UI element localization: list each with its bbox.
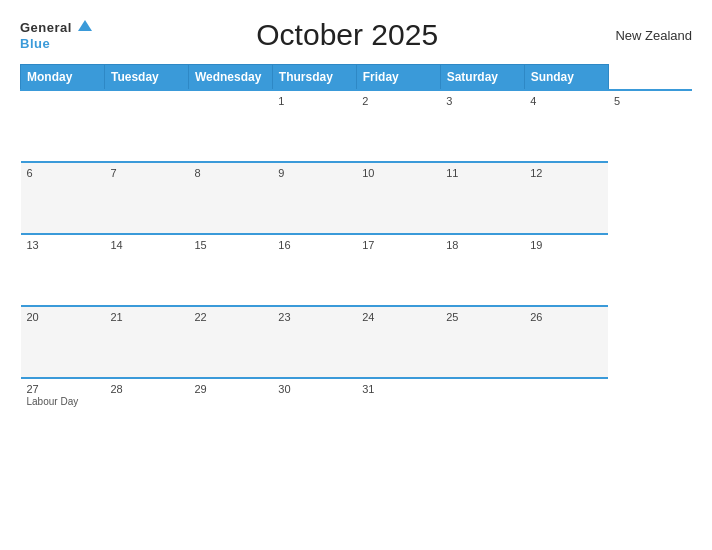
calendar-cell: 16	[272, 234, 356, 306]
calendar-cell: 12	[524, 162, 608, 234]
day-number: 23	[278, 311, 350, 323]
holiday-label: Labour Day	[27, 396, 99, 407]
calendar-cell: 8	[188, 162, 272, 234]
calendar-week-row: 20212223242526	[21, 306, 693, 378]
logo-general: General	[20, 20, 72, 35]
day-number: 9	[278, 167, 350, 179]
header-tuesday: Tuesday	[104, 65, 188, 91]
calendar-container: General Blue October 2025 New Zealand Mo…	[0, 0, 712, 550]
logo-triangle-icon	[78, 20, 92, 31]
calendar-cell: 2	[356, 90, 440, 162]
calendar-cell: 26	[524, 306, 608, 378]
day-number: 3	[446, 95, 518, 107]
day-number: 14	[110, 239, 182, 251]
header-thursday: Thursday	[272, 65, 356, 91]
day-number: 2	[362, 95, 434, 107]
calendar-week-row: 13141516171819	[21, 234, 693, 306]
calendar-cell: 19	[524, 234, 608, 306]
days-header-row: Monday Tuesday Wednesday Thursday Friday…	[21, 65, 693, 91]
calendar-cell: 24	[356, 306, 440, 378]
calendar-cell: 3	[440, 90, 524, 162]
calendar-cell: 5	[608, 90, 692, 162]
day-number: 19	[530, 239, 602, 251]
day-number: 30	[278, 383, 350, 395]
day-number: 22	[194, 311, 266, 323]
day-number: 11	[446, 167, 518, 179]
day-number: 16	[278, 239, 350, 251]
calendar-cell: 7	[104, 162, 188, 234]
day-number: 1	[278, 95, 350, 107]
day-number: 24	[362, 311, 434, 323]
calendar-cell: 18	[440, 234, 524, 306]
day-number: 15	[194, 239, 266, 251]
calendar-cell: 21	[104, 306, 188, 378]
calendar-week-row: 6789101112	[21, 162, 693, 234]
calendar-cell	[104, 90, 188, 162]
calendar-cell: 14	[104, 234, 188, 306]
day-number: 29	[194, 383, 266, 395]
calendar-cell: 11	[440, 162, 524, 234]
calendar-week-row: 12345	[21, 90, 693, 162]
day-number: 28	[110, 383, 182, 395]
calendar-cell: 23	[272, 306, 356, 378]
day-number: 18	[446, 239, 518, 251]
day-number: 5	[614, 95, 686, 107]
calendar-cell: 9	[272, 162, 356, 234]
calendar-cell: 30	[272, 378, 356, 450]
calendar-cell: 27Labour Day	[21, 378, 105, 450]
calendar-cell: 25	[440, 306, 524, 378]
day-number: 26	[530, 311, 602, 323]
day-number: 21	[110, 311, 182, 323]
calendar-cell: 1	[272, 90, 356, 162]
day-number: 20	[27, 311, 99, 323]
day-number: 27	[27, 383, 99, 395]
header-friday: Friday	[356, 65, 440, 91]
calendar-week-row: 27Labour Day28293031	[21, 378, 693, 450]
calendar-cell	[440, 378, 524, 450]
calendar-cell: 29	[188, 378, 272, 450]
calendar-title: October 2025	[92, 18, 602, 52]
calendar-table: Monday Tuesday Wednesday Thursday Friday…	[20, 64, 692, 450]
calendar-cell: 13	[21, 234, 105, 306]
logo-blue: Blue	[20, 36, 50, 51]
day-number: 12	[530, 167, 602, 179]
calendar-cell: 6	[21, 162, 105, 234]
day-number: 25	[446, 311, 518, 323]
day-number: 7	[110, 167, 182, 179]
calendar-cell	[21, 90, 105, 162]
country-label: New Zealand	[602, 28, 692, 43]
logo: General Blue	[20, 19, 92, 51]
logo-line1: General	[20, 19, 92, 35]
header-monday: Monday	[21, 65, 105, 91]
calendar-cell: 28	[104, 378, 188, 450]
calendar-cell: 20	[21, 306, 105, 378]
calendar-cell: 31	[356, 378, 440, 450]
header-saturday: Saturday	[440, 65, 524, 91]
calendar-cell: 15	[188, 234, 272, 306]
calendar-cell: 10	[356, 162, 440, 234]
day-number: 8	[194, 167, 266, 179]
calendar-cell	[524, 378, 608, 450]
header-sunday: Sunday	[524, 65, 608, 91]
day-number: 13	[27, 239, 99, 251]
header: General Blue October 2025 New Zealand	[20, 18, 692, 52]
header-wednesday: Wednesday	[188, 65, 272, 91]
day-number: 10	[362, 167, 434, 179]
day-number: 31	[362, 383, 434, 395]
day-number: 4	[530, 95, 602, 107]
day-number: 17	[362, 239, 434, 251]
day-number: 6	[27, 167, 99, 179]
calendar-cell	[188, 90, 272, 162]
calendar-cell: 4	[524, 90, 608, 162]
calendar-cell: 22	[188, 306, 272, 378]
calendar-cell: 17	[356, 234, 440, 306]
